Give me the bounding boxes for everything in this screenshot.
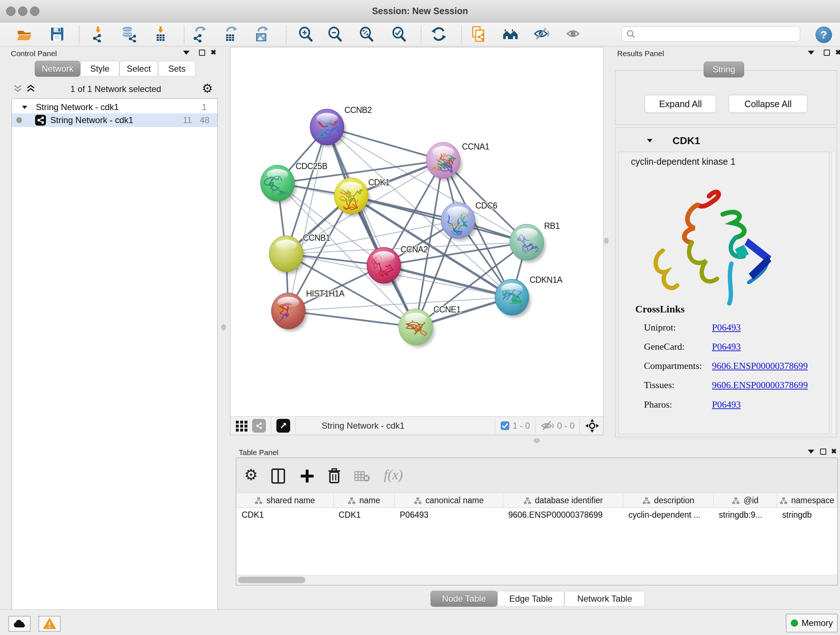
collapse-all-button[interactable]: Collapse All bbox=[729, 95, 807, 113]
selected-checkbox-icon[interactable] bbox=[500, 421, 510, 431]
zoom-selected-icon[interactable] bbox=[389, 24, 409, 44]
import-database-icon[interactable] bbox=[118, 24, 139, 44]
delete-trash-icon[interactable] bbox=[327, 467, 341, 484]
zoom-out-icon[interactable] bbox=[325, 24, 345, 44]
refresh-icon[interactable] bbox=[429, 24, 449, 44]
table-cell[interactable]: stringdb:9... bbox=[714, 508, 777, 522]
move-crosshair-icon[interactable] bbox=[585, 418, 600, 433]
right-splitter-handle[interactable] bbox=[604, 238, 608, 244]
expand-all-chevrons-icon[interactable] bbox=[26, 84, 35, 93]
results-panel-close-icon[interactable]: ✖ bbox=[835, 49, 840, 56]
export-network-icon[interactable] bbox=[189, 24, 210, 44]
table-cell[interactable]: CDK1 bbox=[333, 508, 395, 522]
function-builder-icon[interactable]: f(x) bbox=[384, 467, 403, 483]
column-header-canonical-name[interactable]: canonical name bbox=[395, 494, 503, 508]
share-view-icon[interactable] bbox=[252, 419, 266, 432]
crosslink-genecard[interactable]: P06493 bbox=[712, 341, 741, 352]
results-panel-float-icon[interactable] bbox=[808, 51, 814, 55]
results-scrollbar[interactable] bbox=[832, 152, 836, 434]
column-header-database-identifier[interactable]: database identifier bbox=[503, 494, 623, 508]
network-selected-status: 1 of 1 Network selected bbox=[47, 84, 185, 94]
table-cell[interactable]: P06493 bbox=[395, 508, 503, 522]
crosslink-compartments[interactable]: 9606.ENSP00000378699 bbox=[712, 361, 808, 371]
tab-edge-table[interactable]: Edge Table bbox=[497, 591, 564, 607]
columns-icon[interactable] bbox=[271, 468, 286, 484]
control-panel-maximize-icon[interactable] bbox=[199, 50, 205, 56]
zoom-fit-icon[interactable] bbox=[356, 24, 377, 44]
network-edge[interactable] bbox=[351, 196, 527, 242]
network-options-gear-icon[interactable]: ⚙ bbox=[202, 81, 213, 96]
help-button[interactable]: ? bbox=[815, 27, 832, 43]
table-cell[interactable]: CDK1 bbox=[237, 508, 333, 522]
table-panel-float-icon[interactable] bbox=[808, 450, 814, 454]
network-row-selected[interactable]: String Network - cdk1 11 48 bbox=[12, 113, 218, 127]
tab-network-table[interactable]: Network Table bbox=[564, 591, 645, 607]
gene-collapse-icon[interactable] bbox=[647, 139, 652, 142]
horizontal-splitter-handle[interactable] bbox=[534, 439, 540, 443]
table-cell[interactable]: cyclin-dependent ... bbox=[623, 508, 714, 522]
table-panel-maximize-icon[interactable] bbox=[820, 448, 826, 455]
search-input[interactable] bbox=[636, 27, 800, 41]
control-panel-float-icon[interactable] bbox=[183, 51, 189, 55]
tab-sets[interactable]: Sets bbox=[158, 61, 196, 77]
results-panel-maximize-icon[interactable] bbox=[824, 50, 830, 56]
tab-select[interactable]: Select bbox=[119, 61, 158, 77]
network-collection-row[interactable]: String Network - cdk1 1 bbox=[12, 100, 218, 114]
node-label: CDK1 bbox=[368, 178, 390, 187]
table-gear-icon[interactable]: ⚙ bbox=[244, 466, 258, 484]
column-header--id[interactable]: @id bbox=[714, 494, 777, 508]
clear-table-icon[interactable] bbox=[354, 470, 370, 483]
left-splitter-handle[interactable] bbox=[221, 325, 226, 330]
search-box[interactable] bbox=[622, 27, 800, 42]
table-cell[interactable]: stringdb bbox=[777, 508, 837, 522]
eye-icon[interactable] bbox=[564, 24, 584, 44]
table-panel-close-icon[interactable]: ✖ bbox=[831, 448, 837, 455]
network-node-CDKN1A[interactable]: CDKN1A bbox=[495, 275, 562, 318]
import-table-icon[interactable] bbox=[150, 24, 171, 44]
folder-open-icon[interactable] bbox=[14, 24, 34, 44]
eye-slash-icon[interactable] bbox=[531, 24, 552, 44]
import-network-icon[interactable] bbox=[88, 24, 108, 44]
export-image-icon[interactable] bbox=[251, 24, 272, 44]
crosslink-uniprot[interactable]: P06493 bbox=[712, 322, 741, 333]
tab-network[interactable]: Network bbox=[35, 61, 80, 77]
add-column-icon[interactable] bbox=[300, 469, 314, 483]
column-header-name[interactable]: name bbox=[333, 494, 395, 508]
network-node-CCNB1[interactable]: CCNB1 bbox=[269, 233, 330, 274]
column-header-shared-name[interactable]: shared name bbox=[237, 494, 333, 508]
scrollbar-thumb[interactable] bbox=[238, 577, 305, 583]
network-node-CCNB2[interactable]: CCNB2 bbox=[310, 105, 371, 147]
network-node-CDC25B[interactable]: CDC25B bbox=[261, 162, 327, 203]
network-canvas[interactable]: CCNB2CCNA1CDC25BCDK1CDC6RB1CCNB1CCNA2CDK… bbox=[231, 48, 603, 416]
memory-button[interactable]: Memory bbox=[786, 614, 838, 632]
column-header-namespace[interactable]: namespace bbox=[777, 494, 837, 508]
cloud-button[interactable] bbox=[8, 616, 31, 632]
detach-view-icon[interactable] bbox=[276, 419, 290, 432]
houses-icon[interactable] bbox=[500, 24, 521, 44]
zoom-in-icon[interactable] bbox=[295, 24, 316, 44]
control-panel-close-icon[interactable]: ✖ bbox=[210, 49, 216, 56]
network-node-RB1[interactable]: RB1 bbox=[510, 221, 560, 263]
tab-style[interactable]: Style bbox=[80, 61, 119, 77]
warnings-button[interactable] bbox=[38, 616, 61, 632]
table-cell[interactable]: 9606.ENSP00000378699 bbox=[503, 508, 623, 522]
crosslink-pharos[interactable]: P06493 bbox=[712, 399, 741, 410]
crosslink-tissues[interactable]: 9606.ENSP00000378699 bbox=[712, 380, 808, 391]
column-header-description[interactable]: description bbox=[623, 494, 714, 508]
collapse-all-chevrons-icon[interactable] bbox=[13, 84, 22, 93]
network-node-CCNE1[interactable]: CCNE1 bbox=[399, 305, 461, 347]
table-horizontal-scrollbar[interactable] bbox=[237, 575, 837, 584]
export-table-icon[interactable] bbox=[220, 24, 240, 44]
window-title: Session: New Session bbox=[0, 6, 840, 16]
tree-expander-icon[interactable] bbox=[22, 106, 27, 109]
network-edge[interactable] bbox=[288, 127, 327, 311]
network-edge[interactable] bbox=[288, 297, 512, 311]
tab-string[interactable]: String bbox=[704, 62, 744, 78]
tab-node-table[interactable]: Node Table bbox=[431, 591, 497, 607]
save-floppy-icon[interactable] bbox=[47, 24, 67, 44]
network-node-CCNA1[interactable]: CCNA1 bbox=[426, 142, 489, 181]
network-edge[interactable] bbox=[288, 311, 416, 327]
expand-all-button[interactable]: Expand All bbox=[645, 95, 716, 113]
copy-share-document-icon[interactable] bbox=[468, 24, 488, 44]
grid-view-icon[interactable] bbox=[235, 419, 248, 432]
